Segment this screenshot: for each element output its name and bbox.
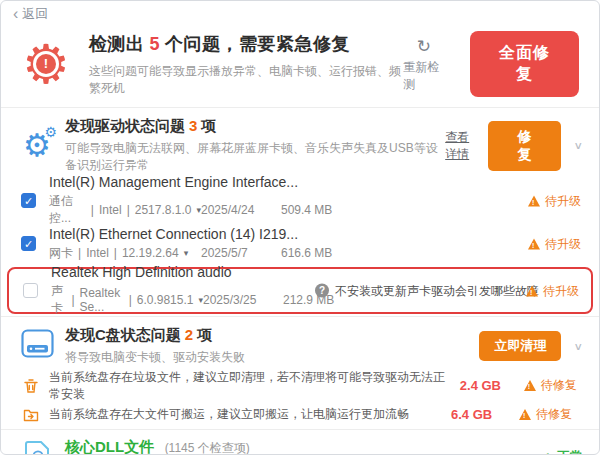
status-label: 待升级 xyxy=(545,192,581,209)
driver-date: 2025/4/24 xyxy=(201,203,281,217)
driver-version: 12.19.2.64 xyxy=(122,246,179,260)
status-label: 待修复 xyxy=(536,406,572,423)
driver-checkbox[interactable]: ✓ xyxy=(21,193,36,208)
trash-icon xyxy=(23,378,39,394)
warning-triangle-icon: ! xyxy=(528,195,540,206)
driver-vendor: Intel xyxy=(99,203,122,217)
driver-checkbox[interactable]: ✓ xyxy=(21,236,36,251)
driver-date: 2025/3/25 xyxy=(203,293,283,307)
status-badge: ! 待升级 xyxy=(528,192,581,209)
question-icon: ? xyxy=(315,284,329,298)
back-chevron-icon: ‹ xyxy=(13,6,18,22)
back-label: 返回 xyxy=(22,5,48,23)
green-check-icon: ✓ xyxy=(539,449,551,455)
cdrive-section-title: 发现C盘状态问题2项 xyxy=(65,326,245,345)
top-bar: ‹ 返回 xyxy=(1,1,599,27)
warning-triangle-icon: ! xyxy=(519,409,531,420)
driver-version: 2517.8.1.0 xyxy=(135,203,192,217)
driver-name: Intel(R) Ethernet Connection (14) I219..… xyxy=(49,226,361,242)
driver-name: Realtek High Definition audio xyxy=(51,264,363,280)
driver-size: 616.6 MB xyxy=(281,246,361,260)
page-subtitle: 这些问题可能导致显示播放异常、电脑卡顿、运行报错、频繁死机 xyxy=(89,63,404,97)
driver-section-subtitle: 可能导致电脑无法联网、屏幕花屏蓝屏卡顿、音乐失声失真及USB等设备识别运行异常 xyxy=(65,140,445,174)
refresh-icon: ↻ xyxy=(417,36,431,57)
recheck-label: 重新检测 xyxy=(404,59,444,93)
clean-now-button[interactable]: 立即清理 xyxy=(479,331,561,361)
status-badge: ! 待修复 xyxy=(524,377,583,394)
back-button[interactable]: ‹ 返回 xyxy=(13,5,48,23)
alert-gear-icon: ⚙ ! xyxy=(17,35,75,93)
view-details-link[interactable]: 查看详情 xyxy=(445,129,476,163)
dll-file-icon: DLL xyxy=(22,440,52,455)
driver-version: 6.0.9815.1 xyxy=(137,293,194,307)
driver-gears-icon: ⚙ ⚙ xyxy=(19,128,55,164)
hint-text: 不安装或更新声卡驱动会引发哪些故障 xyxy=(335,282,539,299)
issue-size: 2.4 GB xyxy=(460,378,514,393)
warning-triangle-icon: ! xyxy=(526,285,538,296)
page-title: 检测出5个问题，需要紧急修复 xyxy=(89,32,404,56)
collapse-chevron-icon[interactable]: ∨ xyxy=(573,140,583,152)
junk-files-row[interactable]: 当前系统盘存在垃圾文件，建议立即清理，若不清理将可能导致驱动无法正常安装 2.4… xyxy=(1,371,599,400)
status-label: 待升级 xyxy=(545,235,581,252)
status-badge: ! 待升级 xyxy=(528,235,581,252)
driver-vendor: Realtek Se... xyxy=(80,286,124,314)
driver-section-header: ⚙ ⚙ 发现驱动状态问题3项 可能导致电脑无法联网、屏幕花屏蓝屏卡顿、音乐失声失… xyxy=(1,108,599,179)
issue-text: 当前系统盘存在大文件可搬运，建议立即搬运，让电脑运行更加流畅 xyxy=(49,406,409,423)
large-files-row[interactable]: 当前系统盘存在大文件可搬运，建议立即搬运，让电脑运行更加流畅 6.4 GB ! … xyxy=(1,400,599,429)
driver-tool-window: ‹ 返回 ⚙ ! 检测出5个问题，需要紧急修复 这些问题可能导致显示播放异常、电… xyxy=(0,0,600,455)
driver-vendor: Intel xyxy=(86,246,109,260)
cdrive-section-subtitle: 将导致电脑变卡顿、驱动安装失败 xyxy=(65,349,245,366)
status-badge: ! 待升级 xyxy=(526,282,579,299)
driver-size: 509.4 MB xyxy=(281,203,361,217)
check-icon: ✓ xyxy=(22,194,35,209)
recheck-button[interactable]: ↻ 重新检测 xyxy=(404,36,444,93)
issue-text: 当前系统盘存在垃圾文件，建议立即清理，若不清理将可能导致驱动无法正常安装 xyxy=(49,369,450,403)
version-dropdown-icon[interactable]: ▾ xyxy=(184,248,189,258)
driver-date: 2025/5/7 xyxy=(201,246,281,260)
disk-drive-icon xyxy=(21,329,54,359)
folder-move-icon xyxy=(23,407,39,423)
dll-status-label: 正常 xyxy=(557,448,583,455)
dll-section: DLL 核心DLL文件 (1145 个检查项) DLL动态库异常或缺失将导致软件… xyxy=(1,430,599,455)
cdrive-problem-count: 2 xyxy=(185,326,193,343)
audio-driver-hint[interactable]: ? 不安装或更新声卡驱动会引发哪些故障 xyxy=(315,282,539,299)
repair-drivers-button[interactable]: 修复 xyxy=(488,121,562,171)
driver-section-title: 发现驱动状态问题3项 xyxy=(65,117,445,136)
warning-triangle-icon: ! xyxy=(528,238,540,249)
status-badge: ! 待修复 xyxy=(519,406,583,423)
problem-count: 5 xyxy=(150,34,161,54)
driver-problem-count: 3 xyxy=(189,117,197,134)
status-label: 待修复 xyxy=(541,377,577,394)
repair-all-button[interactable]: 全面修复 xyxy=(470,31,579,97)
status-label: 待升级 xyxy=(543,282,579,299)
driver-checkbox[interactable] xyxy=(23,283,38,298)
driver-name: Intel(R) Management Engine Interface... xyxy=(49,174,361,190)
dll-status-badge: ✓ 正常 xyxy=(539,448,583,455)
cdrive-section-header: 发现C盘状态问题2项 将导致电脑变卡顿、驱动安装失败 立即清理 ∨ xyxy=(1,317,599,371)
driver-row-highlighted[interactable]: Realtek High Definition audio 声卡 | Realt… xyxy=(7,267,593,314)
warning-triangle-icon: ! xyxy=(524,380,536,391)
driver-category: 网卡 xyxy=(49,245,73,262)
driver-category: 声卡 xyxy=(51,283,66,317)
alert-header: ⚙ ! 检测出5个问题，需要紧急修复 这些问题可能导致显示播放异常、电脑卡顿、运… xyxy=(1,27,599,107)
driver-row[interactable]: ✓ Intel(R) Management Engine Interface..… xyxy=(1,179,599,222)
check-icon: ✓ xyxy=(22,237,35,252)
dll-check-count: (1145 个检查项) xyxy=(165,441,250,455)
collapse-chevron-icon[interactable]: ∨ xyxy=(573,340,583,352)
issue-size: 6.4 GB xyxy=(451,407,509,422)
exclamation-mark: ! xyxy=(36,54,56,74)
driver-row[interactable]: ✓ Intel(R) Ethernet Connection (14) I219… xyxy=(1,222,599,265)
dll-section-title: 核心DLL文件 xyxy=(65,438,154,455)
